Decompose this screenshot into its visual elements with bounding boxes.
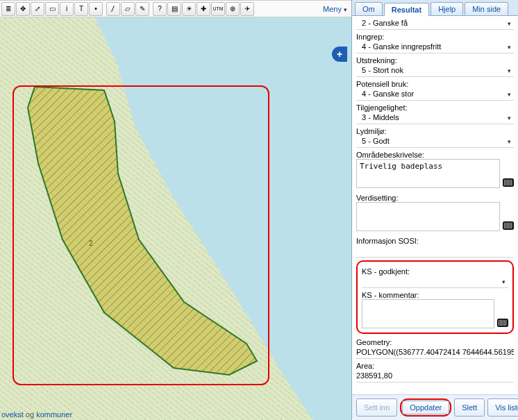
- plus-icon: +: [337, 49, 342, 60]
- select-potensiell[interactable]: 4 - Ganske stor: [356, 88, 514, 101]
- map-selected-polygon[interactable]: [14, 80, 278, 385]
- tab-resultat[interactable]: Resultat: [384, 3, 429, 16]
- label-tilgjengelighet: Tilgjengelighet:: [356, 103, 514, 112]
- label-ks-kommentar: KS - kommentar:: [362, 291, 508, 299]
- label-sosi: Informasjon SOSI:: [356, 237, 514, 245]
- slett-button[interactable]: Slett: [454, 398, 485, 417]
- label-inngrep: Inngrep:: [356, 33, 514, 41]
- label-lydmiljo: Lydmiljø:: [356, 127, 514, 135]
- textarea-omradebeskrivelse[interactable]: [356, 159, 500, 188]
- keyboard-icon[interactable]: [503, 178, 514, 187]
- chevron-down-icon[interactable]: [504, 137, 514, 145]
- map-pane[interactable]: ≣ ✥ ⤢ ▭ i T • 〳 ▱ ✎ ? ▤ ☀ ✚ UTM ⊕ ✈ Meny: [0, 0, 351, 420]
- select-utstrekning[interactable]: 5 - Stort nok: [356, 65, 514, 77]
- chevron-down-icon[interactable]: [504, 19, 514, 27]
- panel-expand-button[interactable]: +: [332, 47, 347, 62]
- tab-minside[interactable]: Min side: [465, 2, 508, 15]
- tab-bar: Om Resultat Hjelp Min side: [352, 0, 518, 16]
- action-bar: Sett inn Oppdater Slett Vis liste: [352, 394, 518, 420]
- tool-polygon-icon[interactable]: ▱: [121, 2, 135, 16]
- tool-text-icon[interactable]: T: [74, 2, 88, 16]
- tool-pan-icon[interactable]: ✥: [16, 2, 30, 16]
- map-feature-label: 2: [89, 240, 93, 247]
- label-omradebeskrivelse: Områdebeskrivelse:: [356, 151, 514, 159]
- chevron-down-icon: [344, 5, 347, 13]
- oppdater-button[interactable]: Oppdater: [402, 401, 449, 414]
- tool-polyline-icon[interactable]: 〳: [106, 2, 120, 16]
- tool-point-icon[interactable]: •: [89, 2, 103, 16]
- chevron-down-icon[interactable]: [504, 42, 514, 51]
- tab-hjelp[interactable]: Hjelp: [431, 2, 463, 15]
- map-attribution: ovekst og kommuner: [1, 410, 72, 419]
- side-panel: Om Resultat Hjelp Min side 2 - Ganske få…: [351, 0, 518, 420]
- label-ks-godkjent: KS - godkjent:: [362, 267, 508, 276]
- visliste-button[interactable]: Vis liste: [487, 398, 518, 417]
- tool-report-icon[interactable]: ▤: [167, 2, 181, 16]
- label-geometry: Geometry:: [356, 338, 514, 346]
- tool-globe-icon[interactable]: ⊕: [226, 2, 240, 16]
- value-geometry: POLYGON((536777.40472414 7644644.561951: [356, 346, 514, 359]
- row-prev-value[interactable]: 2 - Ganske få: [356, 17, 514, 30]
- tool-helicopter-icon[interactable]: ✈: [240, 2, 254, 16]
- chevron-down-icon[interactable]: [504, 90, 514, 98]
- label-potensiell: Potensiell bruk:: [356, 80, 514, 88]
- settinn-button[interactable]: Sett inn: [356, 398, 397, 417]
- value-sosi: [356, 245, 514, 258]
- label-utstrekning: Utstrekning:: [356, 56, 514, 65]
- tool-zoom-area-icon[interactable]: ▭: [45, 2, 59, 16]
- tab-om[interactable]: Om: [355, 2, 383, 15]
- tool-identify-icon[interactable]: i: [60, 2, 74, 16]
- textarea-verdisetting[interactable]: [356, 202, 500, 231]
- menu-button[interactable]: Meny: [323, 5, 347, 13]
- form-area[interactable]: 2 - Ganske få Inngrep: 4 - Ganske inngre…: [352, 16, 518, 394]
- select-lydmiljo[interactable]: 5 - Godt: [356, 135, 514, 148]
- tool-utm-icon[interactable]: UTM: [211, 2, 225, 16]
- tool-edit-icon[interactable]: ✎: [135, 2, 149, 16]
- keyboard-icon[interactable]: [497, 319, 508, 327]
- ks-section: KS - godkjent: KS - kommentar:: [356, 260, 514, 334]
- menu-label: Meny: [323, 5, 342, 13]
- chevron-down-icon[interactable]: [504, 113, 514, 121]
- map-canvas[interactable]: 2: [0, 17, 351, 420]
- map-toolbar: ≣ ✥ ⤢ ▭ i T • 〳 ▱ ✎ ? ▤ ☀ ✚ UTM ⊕ ✈ Meny: [0, 1, 351, 17]
- attribution-link[interactable]: kommuner: [34, 410, 72, 419]
- chevron-down-icon[interactable]: [504, 66, 514, 74]
- tool-zoom-in-icon[interactable]: ⤢: [31, 2, 44, 16]
- select-tilgjengelighet[interactable]: 3 - Middels: [356, 112, 514, 124]
- select-inngrep[interactable]: 4 - Ganske inngrepsfritt: [356, 41, 514, 53]
- tool-info-icon[interactable]: ?: [153, 2, 167, 16]
- keyboard-icon[interactable]: [503, 221, 514, 230]
- tool-layers-icon[interactable]: ≣: [1, 2, 15, 16]
- select-ks-godkjent[interactable]: [362, 276, 508, 288]
- value-area: 238591,80: [356, 370, 514, 383]
- highlight-oppdater: Oppdater: [400, 398, 451, 417]
- tool-medical-icon[interactable]: ✚: [197, 2, 210, 16]
- label-area: Area:: [356, 362, 514, 370]
- tool-sun-icon[interactable]: ☀: [182, 2, 196, 16]
- textarea-ks-kommentar[interactable]: [362, 299, 494, 328]
- chevron-down-icon[interactable]: [499, 277, 508, 285]
- label-verdisetting: Verdisetting:: [356, 194, 514, 202]
